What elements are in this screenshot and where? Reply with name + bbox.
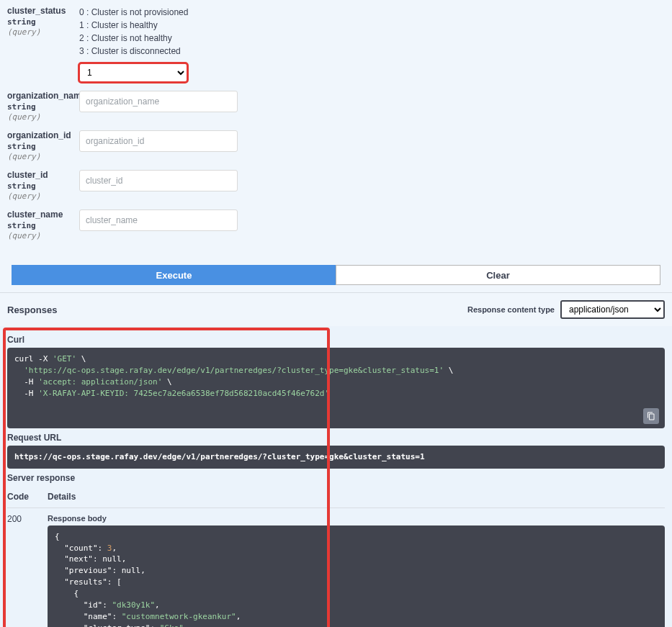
response-code: 200 [7, 514, 48, 627]
cluster-name-input[interactable] [79, 209, 238, 231]
param-in: (query) [7, 112, 73, 122]
clipboard-icon [647, 412, 655, 420]
cluster-status-select[interactable]: 1 [79, 63, 187, 82]
curl-label: Curl [7, 335, 665, 345]
param-type: string [7, 181, 73, 191]
execute-button[interactable]: Execute [12, 265, 336, 285]
cluster-id-input[interactable] [79, 170, 238, 191]
param-type: string [7, 142, 73, 151]
param-in: (query) [7, 231, 73, 240]
parameters-section: cluster_status string (query) 0 : Cluste… [0, 0, 672, 256]
content-type-label: Response content type [467, 305, 555, 314]
param-type: string [7, 221, 73, 230]
param-name: cluster_name [7, 209, 73, 220]
param-name: organization_name [7, 91, 73, 101]
param-name: organization_id [7, 130, 73, 140]
action-buttons: Execute Clear [0, 265, 672, 285]
response-row: 200 Response body { "count": 3, "next": … [7, 508, 665, 627]
param-type: string [7, 102, 73, 112]
param-row-cluster-name: cluster_name string (query) [7, 209, 665, 240]
response-body-label: Response body [48, 514, 665, 523]
param-in: (query) [7, 152, 73, 161]
param-in: (query) [7, 191, 73, 201]
response-table-header: Code Details [7, 486, 665, 508]
request-url-block: https://qc-ops.stage.rafay.dev/edge/v1/p… [7, 446, 665, 469]
content-type-select[interactable]: application/json [560, 300, 665, 319]
server-response-label: Server response [7, 473, 665, 483]
param-enum-description: 0 : Cluster is not provisioned 1 : Clust… [79, 6, 665, 58]
param-name: cluster_id [7, 170, 73, 180]
col-code: Code [7, 492, 48, 502]
param-name: cluster_status [7, 6, 73, 16]
col-details: Details [48, 492, 665, 502]
param-row-cluster-status: cluster_status string (query) 0 : Cluste… [7, 6, 665, 82]
organization-id-input[interactable] [79, 130, 238, 152]
param-row-organization-id: organization_id string (query) [7, 130, 665, 161]
highlight-box: 1 [79, 63, 187, 82]
copy-button[interactable] [643, 408, 659, 424]
param-in: (query) [7, 27, 73, 37]
responses-header: Responses Response content type applicat… [0, 293, 672, 326]
clear-button[interactable]: Clear [336, 265, 660, 285]
responses-title: Responses [7, 305, 57, 315]
param-row-organization-name: organization_name string (query) [7, 91, 665, 122]
request-url-label: Request URL [7, 433, 665, 443]
param-row-cluster-id: cluster_id string (query) [7, 170, 665, 201]
response-body-block: { "count": 3, "next": null, "previous": … [48, 525, 665, 627]
curl-block: curl -X 'GET' \ 'https://qc-ops.stage.ra… [7, 348, 665, 428]
param-type: string [7, 17, 73, 27]
response-area: Curl curl -X 'GET' \ 'https://qc-ops.sta… [0, 326, 672, 627]
organization-name-input[interactable] [79, 91, 238, 112]
